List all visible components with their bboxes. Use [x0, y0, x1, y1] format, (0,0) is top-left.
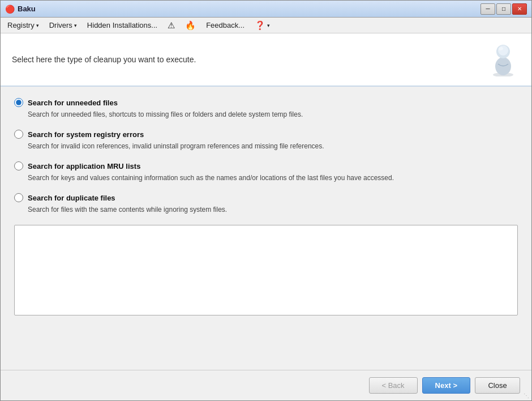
option-registry-errors-label[interactable]: Search for system registry errors [14, 130, 518, 139]
window-controls: ─ □ ✕ [480, 3, 527, 15]
menu-item-drivers[interactable]: Drivers ▾ [45, 19, 81, 31]
radio-mru-lists[interactable] [14, 161, 23, 170]
flame-icon: 🔥 [185, 20, 196, 31]
option-unneeded-files-desc: Search for unneeded files, shortcuts to … [28, 109, 518, 120]
menu-item-flame[interactable]: 🔥 [181, 19, 200, 32]
option-duplicate-files-label[interactable]: Search for duplicate files [14, 193, 518, 202]
menu-bar: Registry ▾ Drivers ▾ Hidden Installation… [1, 18, 531, 33]
window-title: Baku [18, 5, 480, 13]
back-button[interactable]: < Back [369, 377, 418, 394]
option-mru-lists-label[interactable]: Search for application MRU lists [14, 161, 518, 170]
main-window: 🔴 Baku ─ □ ✕ Registry ▾ Drivers ▾ Hidden… [0, 0, 532, 401]
person-icon [486, 42, 520, 76]
header-text: Select here the type of cleanup you want… [12, 55, 196, 64]
hidden-installations-label: Hidden Installations... [87, 21, 157, 29]
warning-icon: ⚠ [168, 20, 175, 31]
header-area: Select here the type of cleanup you want… [1, 33, 531, 87]
option-unneeded-files-label[interactable]: Search for unneeded files [14, 98, 518, 107]
drivers-label: Drivers [49, 21, 72, 29]
help-arrow: ▾ [267, 23, 270, 28]
drivers-arrow: ▾ [74, 23, 77, 28]
svg-point-3 [498, 45, 508, 56]
option-duplicate-files-desc: Search for files with the same contents … [28, 204, 518, 215]
option-registry-errors-title: Search for system registry errors [28, 130, 144, 139]
option-mru-lists: Search for application MRU lists Search … [14, 161, 518, 183]
app-icon: 🔴 [5, 5, 14, 14]
option-mru-lists-desc: Search for keys and values containing in… [28, 173, 518, 183]
resize-grip: ⋱ [524, 393, 530, 399]
feedback-label: Feedback... [206, 21, 244, 29]
option-duplicate-files: Search for duplicate files Search for fi… [14, 193, 518, 215]
next-button[interactable]: Next > [422, 377, 470, 394]
footer-bar: < Back Next > Close ⋱ [1, 370, 531, 400]
menu-item-feedback[interactable]: Feedback... [201, 19, 249, 31]
menu-item-registry[interactable]: Registry ▾ [3, 19, 44, 31]
radio-duplicate-files[interactable] [14, 193, 23, 202]
close-button[interactable]: Close [475, 377, 520, 394]
option-registry-errors-desc: Search for invalid icon references, inva… [28, 141, 518, 151]
output-text-area[interactable] [14, 225, 518, 315]
option-duplicate-files-title: Search for duplicate files [28, 194, 115, 202]
help-icon: ❓ [255, 20, 265, 31]
main-content: Search for unneeded files Search for unn… [1, 87, 531, 370]
option-registry-errors: Search for system registry errors Search… [14, 130, 518, 151]
maximize-button[interactable]: □ [496, 3, 511, 15]
menu-item-warning[interactable]: ⚠ [163, 19, 179, 32]
radio-registry-errors[interactable] [14, 130, 23, 139]
menu-item-hidden-installations[interactable]: Hidden Installations... [83, 19, 162, 31]
radio-unneeded-files[interactable] [14, 98, 23, 107]
option-mru-lists-title: Search for application MRU lists [28, 162, 140, 170]
registry-arrow: ▾ [36, 23, 39, 28]
menu-item-help[interactable]: ❓ ▾ [250, 19, 274, 32]
option-unneeded-files: Search for unneeded files Search for unn… [14, 98, 518, 120]
option-unneeded-files-title: Search for unneeded files [28, 99, 118, 107]
minimize-button[interactable]: ─ [480, 3, 495, 15]
close-window-button[interactable]: ✕ [512, 3, 527, 15]
registry-label: Registry [7, 21, 35, 29]
title-bar: 🔴 Baku ─ □ ✕ [1, 1, 531, 18]
